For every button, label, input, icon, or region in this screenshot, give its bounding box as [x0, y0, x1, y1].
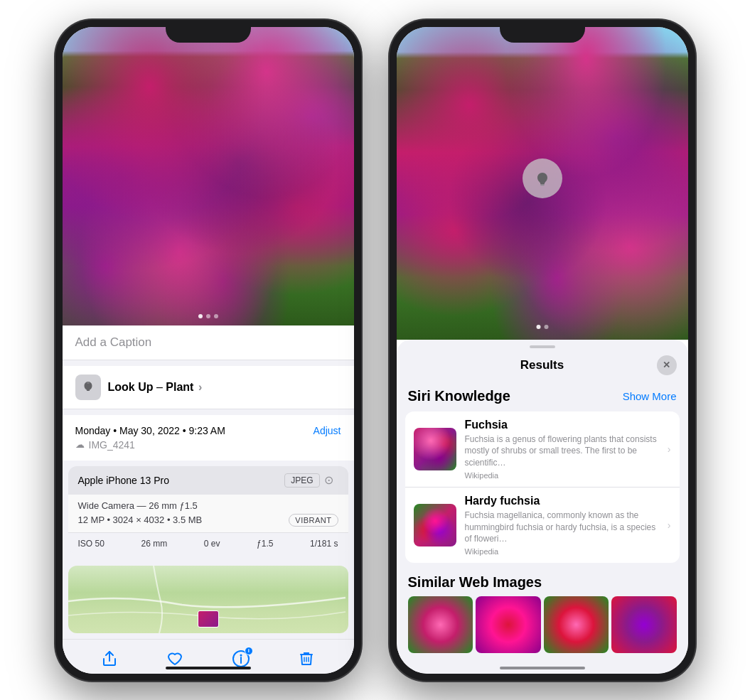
knowledge-item-hardy-fuchsia[interactable]: Hardy fuchsia Fuchsia magellanica, commo… — [405, 488, 680, 563]
phone-notch-right — [500, 20, 585, 43]
svg-point-2 — [240, 654, 242, 656]
gear-icon[interactable]: ⊙ — [324, 473, 338, 488]
similar-image-4[interactable] — [611, 596, 677, 653]
exif-shutter: 1/181 s — [310, 539, 338, 549]
mp-text: 12 MP • 3024 × 4032 • 3.5 MB — [78, 515, 203, 525]
map-location-thumb — [198, 610, 219, 628]
adjust-button[interactable]: Adjust — [314, 425, 341, 436]
format-badge: JPEG — [284, 473, 319, 488]
fuchsia-source: Wikipedia — [465, 471, 659, 480]
lookup-label: Look Up – Plant › — [108, 381, 203, 394]
similar-image-3[interactable] — [544, 596, 609, 653]
camera-header: Apple iPhone 13 Pro JPEG ⊙ — [68, 466, 348, 495]
share-button[interactable] — [99, 648, 120, 669]
hardy-fuchsia-name: Hardy fuchsia — [465, 495, 659, 507]
info-badge: i — [245, 647, 253, 655]
fuchsia-name: Fuchsia — [465, 419, 659, 431]
similar-images-section: Similar Web Images — [397, 566, 688, 657]
results-header: Results ✕ — [397, 348, 688, 382]
fuchsia-description: Fuchsia is a genus of flowering plants t… — [465, 434, 659, 469]
map-preview[interactable] — [68, 566, 348, 633]
phone-notch — [166, 20, 251, 43]
caption-placeholder[interactable]: Add a Caption — [75, 335, 152, 349]
info-panel: Add a Caption Look Up – Plant › — [63, 325, 354, 674]
metadata-section: Monday • May 30, 2022 • 9:23 AM Adjust ☁… — [63, 415, 354, 461]
hardy-fuchsia-thumbnail — [414, 504, 456, 546]
date-text: Monday • May 30, 2022 • 9:23 AM — [75, 425, 225, 436]
exif-focal-length: 26 mm — [141, 539, 167, 549]
exif-ev: 0 ev — [204, 539, 220, 549]
hardy-fuchsia-description: Fuchsia magellanica, commonly known as t… — [465, 510, 659, 545]
knowledge-card: Fuchsia Fuchsia is a genus of flowering … — [405, 411, 680, 564]
fuchsia-content: Fuchsia Fuchsia is a genus of flowering … — [465, 419, 659, 480]
lookup-row[interactable]: Look Up – Plant › — [63, 366, 354, 409]
show-more-button[interactable]: Show More — [623, 390, 677, 402]
similar-title: Similar Web Images — [408, 574, 677, 591]
similar-images-grid — [408, 596, 677, 653]
filename: IMG_4241 — [89, 439, 135, 451]
lookup-icon — [75, 375, 101, 400]
left-screen: Add a Caption Look Up – Plant › — [63, 27, 354, 674]
right-screen: Results ✕ Siri Knowledge Show More — [397, 27, 688, 674]
camera-model: Apple iPhone 13 Pro — [78, 475, 169, 486]
siri-knowledge-header: Siri Knowledge Show More — [397, 382, 688, 409]
flower-photo-right — [397, 27, 688, 340]
exif-aperture: ƒ1.5 — [257, 539, 273, 549]
svg-point-0 — [87, 382, 90, 384]
right-home-indicator — [500, 667, 585, 669]
knowledge-item-fuchsia[interactable]: Fuchsia Fuchsia is a genus of flowering … — [405, 411, 680, 488]
delete-button[interactable] — [296, 648, 317, 669]
hardy-fuchsia-chevron: › — [668, 519, 671, 531]
camera-details: Wide Camera — 26 mm ƒ1.5 12 MP • 3024 × … — [68, 495, 348, 532]
left-phone: Add a Caption Look Up – Plant › — [55, 20, 361, 681]
style-badge: VIBRANT — [289, 514, 338, 527]
fuchsia-chevron: › — [668, 443, 671, 455]
camera-info: Apple iPhone 13 Pro JPEG ⊙ Wide Camera —… — [68, 466, 348, 554]
cloud-icon: ☁ — [75, 439, 85, 450]
home-indicator — [166, 667, 251, 669]
similar-image-1[interactable] — [408, 596, 473, 653]
close-button[interactable]: ✕ — [657, 355, 677, 375]
fuchsia-thumbnail — [414, 428, 456, 470]
similar-image-2[interactable] — [476, 596, 541, 653]
hardy-fuchsia-source: Wikipedia — [465, 547, 659, 556]
siri-knowledge-title: Siri Knowledge — [408, 388, 510, 404]
exif-row: ISO 50 26 mm 0 ev ƒ1.5 1/181 s — [68, 532, 348, 554]
exif-iso: ISO 50 — [78, 539, 105, 549]
right-phone: Results ✕ Siri Knowledge Show More — [390, 20, 695, 681]
caption-area[interactable]: Add a Caption — [63, 325, 354, 360]
hardy-fuchsia-content: Hardy fuchsia Fuchsia magellanica, commo… — [465, 495, 659, 556]
results-title: Results — [428, 358, 657, 372]
flower-photo[interactable] — [63, 27, 354, 325]
wide-camera-info: Wide Camera — 26 mm ƒ1.5 — [78, 500, 338, 511]
visual-intelligence-button[interactable] — [523, 158, 562, 198]
results-panel: Results ✕ Siri Knowledge Show More — [397, 340, 688, 674]
